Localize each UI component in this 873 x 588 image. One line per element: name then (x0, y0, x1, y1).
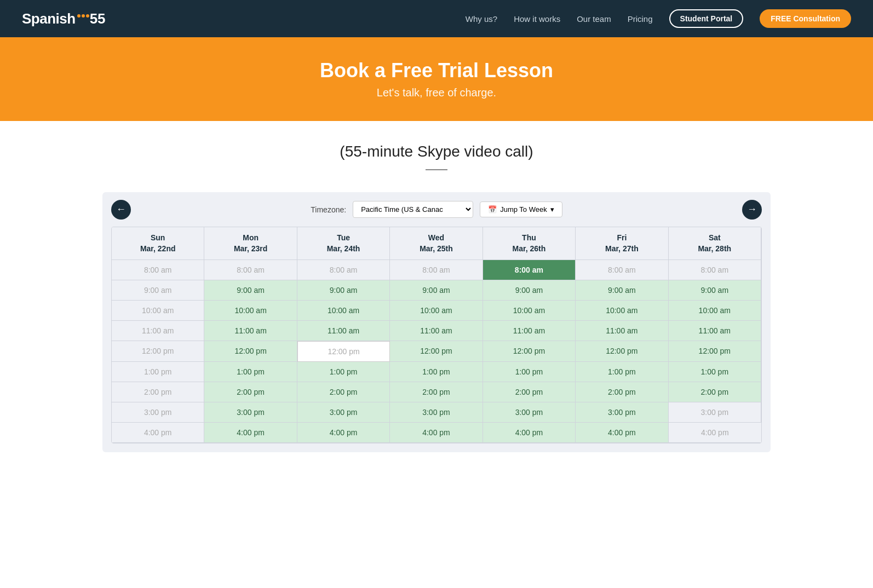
header-date-wed: Mar, 25th (420, 244, 453, 253)
jump-week-label: Jump To Week (500, 205, 547, 214)
table-row[interactable]: 1:00 pm (204, 362, 297, 382)
header-day-sat: Sat (709, 233, 721, 242)
header-date-thu: Mar, 26th (513, 244, 546, 253)
student-portal-button[interactable]: Student Portal (669, 9, 744, 28)
header-day-thu: Thu (522, 233, 536, 242)
table-row[interactable]: 3:00 pm (576, 402, 668, 423)
table-row[interactable]: 2:00 pm (204, 382, 297, 402)
table-row[interactable]: 8:00 am (483, 260, 576, 280)
table-row[interactable]: 2:00 pm (297, 382, 390, 402)
table-row[interactable]: 11:00 am (483, 321, 576, 341)
table-row: 4:00 pm (112, 423, 204, 443)
table-row[interactable]: 9:00 am (297, 280, 390, 301)
table-row[interactable]: 11:00 am (669, 321, 761, 341)
logo[interactable]: Spanish 55 (22, 10, 106, 27)
dropdown-arrow-icon: ▾ (550, 205, 554, 214)
table-row[interactable]: 3:00 pm (483, 402, 576, 423)
table-row[interactable]: 10:00 am (576, 301, 668, 321)
table-row[interactable]: 1:00 pm (483, 362, 576, 382)
logo-number: 55 (90, 10, 106, 27)
table-row[interactable]: 1:00 pm (669, 362, 761, 382)
table-row[interactable]: 12:00 pm (204, 341, 297, 362)
logo-dots-icon (77, 10, 90, 20)
table-row: 8:00 am (112, 260, 204, 280)
table-row: 8:00 am (669, 260, 761, 280)
nav-how-it-works[interactable]: How it works (514, 14, 560, 24)
table-row[interactable]: 12:00 pm (669, 341, 761, 362)
table-row[interactable]: 10:00 am (297, 301, 390, 321)
table-row[interactable]: 11:00 am (297, 321, 390, 341)
table-row[interactable]: 9:00 am (669, 280, 761, 301)
table-row: 8:00 am (297, 260, 390, 280)
calendar-scroll[interactable]: Sun Mar, 22nd Mon Mar, 23rd Tue Mar, 24t… (111, 227, 762, 443)
table-row[interactable]: 10:00 am (483, 301, 576, 321)
hero-banner: Book a Free Trial Lesson Let's talk, fre… (0, 37, 873, 121)
subtitle-section: (55-minute Skype video call) (0, 121, 873, 181)
col-header-mon: Mon Mar, 23rd (204, 227, 297, 260)
table-row[interactable]: 4:00 pm (390, 423, 483, 443)
calendar-icon: 📅 (488, 205, 497, 214)
free-consultation-button[interactable]: FREE Consultation (760, 9, 851, 28)
table-row: 3:00 pm (112, 402, 204, 423)
table-row[interactable]: 12:00 pm (576, 341, 668, 362)
table-row[interactable]: 4:00 pm (576, 423, 668, 443)
jump-to-week-button[interactable]: 📅 Jump To Week ▾ (480, 201, 562, 217)
table-row[interactable]: 2:00 pm (669, 382, 761, 402)
table-row[interactable]: 10:00 am (669, 301, 761, 321)
table-row: 3:00 pm (669, 402, 761, 423)
calendar-section: ← Timezone: Pacific Time (US & Canac Eas… (91, 192, 782, 452)
timezone-select[interactable]: Pacific Time (US & Canac Eastern Time (U… (353, 201, 473, 218)
prev-week-button[interactable]: ← (111, 200, 131, 220)
calendar-toolbar: ← Timezone: Pacific Time (US & Canac Eas… (111, 201, 762, 218)
table-row[interactable]: 1:00 pm (297, 362, 390, 382)
table-row[interactable]: 12:00 pm (297, 341, 390, 362)
table-row: 11:00 am (112, 321, 204, 341)
nav-why-us[interactable]: Why us? (466, 14, 497, 24)
divider (426, 169, 447, 170)
table-row[interactable]: 2:00 pm (390, 382, 483, 402)
header-date-tue: Mar, 24th (327, 244, 360, 253)
table-row[interactable]: 3:00 pm (297, 402, 390, 423)
header-date-sat: Mar, 28th (698, 244, 731, 253)
table-row[interactable]: 2:00 pm (483, 382, 576, 402)
header-day-wed: Wed (428, 233, 444, 242)
table-row: 9:00 am (112, 280, 204, 301)
page-subtitle: (55-minute Skype video call) (11, 143, 862, 160)
col-header-thu: Thu Mar, 26th (483, 227, 576, 260)
calendar-grid: Sun Mar, 22nd Mon Mar, 23rd Tue Mar, 24t… (111, 227, 762, 443)
nav-pricing[interactable]: Pricing (628, 14, 653, 24)
table-row[interactable]: 9:00 am (390, 280, 483, 301)
table-row[interactable]: 11:00 am (576, 321, 668, 341)
table-row[interactable]: 1:00 pm (576, 362, 668, 382)
table-row[interactable]: 11:00 am (390, 321, 483, 341)
table-row[interactable]: 12:00 pm (390, 341, 483, 362)
table-row[interactable]: 9:00 am (576, 280, 668, 301)
header-day-sun: Sun (151, 233, 165, 242)
nav-our-team[interactable]: Our team (577, 14, 611, 24)
table-row: 8:00 am (576, 260, 668, 280)
next-week-button[interactable]: → (742, 200, 762, 220)
table-row[interactable]: 9:00 am (483, 280, 576, 301)
table-row[interactable]: 4:00 pm (204, 423, 297, 443)
table-row[interactable]: 9:00 am (204, 280, 297, 301)
col-header-tue: Tue Mar, 24th (297, 227, 390, 260)
table-row: 2:00 pm (112, 382, 204, 402)
hero-subtitle: Let's talk, free of charge. (11, 87, 862, 99)
header-day-mon: Mon (243, 233, 259, 242)
timezone-label: Timezone: (311, 205, 346, 214)
header-date-fri: Mar, 27th (605, 244, 639, 253)
hero-title: Book a Free Trial Lesson (11, 59, 862, 82)
table-row[interactable]: 11:00 am (204, 321, 297, 341)
table-row[interactable]: 4:00 pm (483, 423, 576, 443)
table-row[interactable]: 3:00 pm (390, 402, 483, 423)
calendar-wrapper: ← Timezone: Pacific Time (US & Canac Eas… (102, 192, 771, 452)
table-row[interactable]: 10:00 am (390, 301, 483, 321)
table-row[interactable]: 2:00 pm (576, 382, 668, 402)
col-header-wed: Wed Mar, 25th (390, 227, 483, 260)
table-row[interactable]: 12:00 pm (483, 341, 576, 362)
table-row[interactable]: 1:00 pm (390, 362, 483, 382)
col-header-sat: Sat Mar, 28th (669, 227, 761, 260)
table-row[interactable]: 10:00 am (204, 301, 297, 321)
table-row[interactable]: 3:00 pm (204, 402, 297, 423)
table-row[interactable]: 4:00 pm (297, 423, 390, 443)
